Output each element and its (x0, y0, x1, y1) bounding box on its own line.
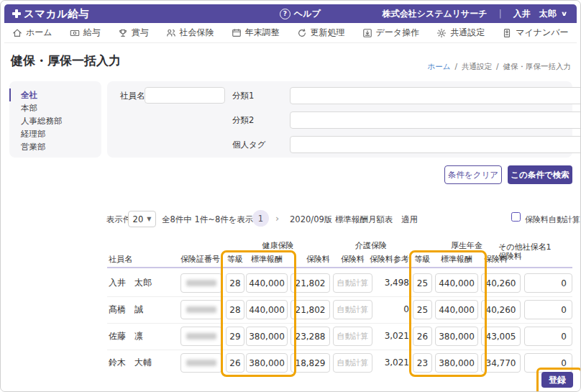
pension-standard-field[interactable]: 380,000 (435, 327, 478, 346)
register-button[interactable]: 登録 (541, 372, 573, 388)
nav-item-social-insurance[interactable]: 社会保険 (166, 27, 214, 39)
top-bar: スマカル給与 ? ヘルプ 株式会社システムリサーチ | 入井 太郎 ∨ (4, 4, 577, 23)
pension-premium-field[interactable]: 40,260 (481, 300, 521, 319)
breadcrumb-sep: / (496, 62, 499, 72)
breadcrumb-home[interactable]: ホーム (427, 62, 450, 72)
employee-name: 髙橋 誠 (109, 300, 177, 319)
nav-item-update[interactable]: 更新処理 (297, 27, 345, 39)
user-menu[interactable]: 入井 太郎 ∨ (513, 8, 567, 20)
clear-conditions-button[interactable]: 条件をクリア (444, 165, 502, 184)
category1-select[interactable]: ▼ (290, 87, 581, 104)
employee-name-input[interactable] (145, 87, 225, 104)
help-link[interactable]: ? ヘルプ (280, 8, 321, 20)
other-premium-field[interactable]: 0 (524, 273, 572, 293)
logo-text: スマカル給与 (24, 7, 89, 21)
auto-calc-checkbox[interactable] (511, 212, 521, 222)
app-logo[interactable]: スマカル給与 (4, 7, 89, 21)
main-nav: ホーム 給与 賞与 社会保険 年末調整 更新処理 データ操作 共通設定 (4, 23, 577, 43)
health-standard-field[interactable]: 380,000 (246, 353, 288, 373)
col-header-card-number: 保険証番号 (180, 254, 222, 265)
pension-standard-field[interactable]: 440,000 (435, 273, 478, 293)
health-premium-field[interactable]: 18,829 (290, 353, 330, 373)
nav-item-bonus[interactable]: 賞与 (118, 27, 149, 39)
health-grade-field[interactable]: 29 (226, 327, 244, 346)
col-header-health-standard: 標準報酬 (246, 254, 288, 265)
chevron-down-icon: ∨ (560, 10, 567, 17)
page-number-button[interactable]: 1 (252, 210, 269, 227)
table-row: 入井 太郎 28 440,000 21,802 自動計算 3,498 25 44… (1, 273, 580, 293)
nav-item-year-end[interactable]: 年末調整 (232, 27, 280, 39)
chevron-down-icon: ▼ (147, 216, 151, 222)
redacted-card-number (186, 306, 216, 313)
employee-name: 入井 太郎 (109, 273, 177, 293)
breadcrumb-sep: / (454, 62, 457, 72)
search-button[interactable]: この条件で検索 (508, 165, 572, 184)
pension-grade-field[interactable]: 25 (413, 273, 432, 293)
pension-grade-field[interactable]: 23 (413, 353, 432, 373)
breadcrumb-settings[interactable]: 共通設定 (462, 62, 492, 72)
health-standard-field[interactable]: 440,000 (246, 300, 288, 319)
nav-item-salary[interactable]: 給与 (70, 27, 101, 39)
topbar-separator: | (499, 9, 502, 19)
user-name: 入井 太郎 (513, 8, 557, 20)
nav-item-data[interactable]: データ操作 (362, 27, 420, 39)
page-title: 健保・厚保一括入力 (11, 53, 121, 69)
nav-item-home[interactable]: ホーム (12, 27, 52, 39)
table-row: 佐藤 凛 29 380,000 23,288 自動計算 3,021 26 380… (1, 327, 580, 346)
category2-select[interactable]: ▼ (290, 111, 581, 129)
pension-grade-field[interactable]: 26 (413, 327, 432, 346)
care-reference-value: 3,021 (364, 353, 409, 373)
health-premium-field[interactable]: 21,802 (290, 300, 330, 319)
card-number-field[interactable] (180, 327, 222, 346)
other-premium-field[interactable]: 0 (524, 300, 572, 319)
page-size-value: 20 (133, 214, 144, 224)
health-premium-field[interactable]: 23,288 (290, 327, 330, 346)
pension-standard-field[interactable]: 380,000 (435, 353, 478, 373)
pension-premium-field[interactable]: 43,005 (481, 327, 521, 346)
nav-label: 賞与 (132, 27, 149, 39)
sidebar-item-headquarters[interactable]: 本部 (9, 101, 101, 114)
health-grade-field[interactable]: 26 (226, 353, 244, 373)
people-icon (166, 28, 176, 38)
calendar-icon (232, 28, 242, 38)
card-number-field[interactable] (180, 353, 222, 373)
category2-label: 分類2 (232, 115, 254, 126)
nav-label: 給与 (83, 27, 101, 39)
personal-tag-select[interactable]: ▼ (290, 136, 581, 153)
download-icon (362, 28, 372, 38)
health-grade-field[interactable]: 28 (226, 300, 244, 319)
nav-item-common-settings[interactable]: 共通設定 (436, 27, 485, 39)
nav-label: データ操作 (376, 27, 420, 39)
card-number-field[interactable] (180, 273, 222, 293)
pension-grade-field[interactable]: 25 (413, 300, 432, 319)
nav-label: マイナンバー (516, 27, 568, 39)
sidebar-item-hr[interactable]: 人事総務部 (9, 114, 101, 127)
sidebar-item-accounting[interactable]: 経理部 (9, 127, 101, 140)
other-premium-field[interactable]: 0 (524, 353, 572, 373)
nav-item-mynumber[interactable]: マイナンバー (502, 27, 568, 39)
group-header-health-insurance: 健康保険 (226, 240, 330, 251)
nav-label: ホーム (26, 27, 52, 39)
result-range-text: 全8件中 1件~8件を表示 (162, 214, 254, 225)
card-number-field[interactable] (180, 300, 222, 319)
prev-page-button[interactable]: ‹ (241, 213, 244, 224)
pension-premium-field[interactable]: 40,260 (481, 273, 521, 293)
trophy-icon (118, 28, 128, 38)
help-label: ヘルプ (294, 8, 321, 20)
health-standard-field[interactable]: 440,000 (246, 273, 288, 293)
sidebar-item-all[interactable]: 全社 (9, 88, 101, 101)
nav-label: 社会保険 (180, 27, 214, 39)
help-icon: ? (280, 9, 290, 19)
search-filter-panel: 社員名 分類1 ▼ 分類2 ▼ 個人タグ ▼ (107, 81, 572, 158)
pension-standard-field[interactable]: 440,000 (435, 300, 478, 319)
next-page-button[interactable]: › (275, 213, 279, 224)
health-premium-field[interactable]: 21,802 (290, 273, 330, 293)
health-standard-field[interactable]: 380,000 (246, 327, 288, 346)
health-grade-field[interactable]: 28 (226, 273, 244, 293)
sidebar-item-sales[interactable]: 営業部 (9, 140, 101, 153)
other-premium-field[interactable]: 0 (524, 327, 572, 346)
breadcrumb-current: 健保・厚保一括入力 (503, 62, 572, 72)
category1-label: 分類1 (232, 91, 254, 101)
pension-premium-field[interactable]: 34,770 (481, 353, 521, 373)
page-size-select[interactable]: 20 ▼ (128, 211, 156, 227)
